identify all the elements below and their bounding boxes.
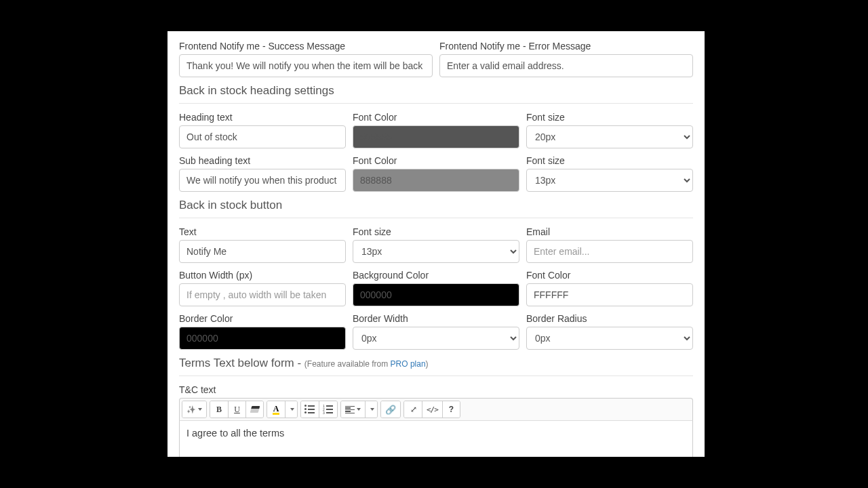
button-fontsize-label: Font size (353, 226, 519, 237)
divider (179, 103, 693, 104)
button-text-input[interactable] (179, 240, 346, 263)
divider (179, 375, 693, 376)
font-color-icon: A (273, 405, 280, 415)
button-width-label: Button Width (px) (179, 270, 346, 281)
subheading-color-label: Font Color (353, 155, 519, 166)
toolbar-underline-button[interactable]: U (228, 401, 245, 418)
subheading-text-input[interactable] (179, 169, 346, 192)
toolbar-bold-button[interactable]: B (210, 401, 228, 418)
link-icon: 🔗 (385, 405, 396, 415)
toolbar-align-dropdown[interactable] (365, 401, 377, 418)
list-ul-icon (305, 405, 315, 413)
heading-color-input[interactable] (353, 125, 519, 148)
heading-text-input[interactable] (179, 125, 346, 148)
toolbar-fullscreen-button[interactable]: ⤢ (404, 401, 422, 418)
list-ol-icon (323, 405, 333, 413)
toolbar-unordered-list-button[interactable] (301, 401, 319, 418)
divider (179, 218, 693, 218)
toolbar-fontcolor-button[interactable]: A (267, 401, 285, 418)
settings-panel: Frontend Notify me - Success Message Fro… (167, 31, 705, 457)
button-text-label: Text (179, 226, 346, 237)
button-email-input[interactable] (526, 240, 693, 263)
tc-text-label: T&C text (179, 384, 693, 395)
subheading-color-input[interactable] (353, 169, 519, 192)
heading-text-label: Heading text (179, 112, 346, 123)
button-fontcolor-input[interactable] (526, 283, 693, 306)
toolbar-style-button[interactable] (182, 401, 206, 418)
section-button: Back in stock button (179, 199, 693, 212)
align-icon (345, 406, 355, 413)
toolbar-codeview-button[interactable]: </> (422, 401, 442, 418)
button-bordercolor-input[interactable] (179, 327, 346, 350)
wand-icon (186, 405, 196, 414)
notify-success-label: Frontend Notify me - Success Message (179, 41, 433, 52)
button-bg-input[interactable] (353, 283, 519, 306)
section-heading-settings: Back in stock heading settings (179, 84, 693, 98)
expand-icon: ⤢ (410, 405, 416, 414)
toolbar-link-button[interactable]: 🔗 (381, 401, 400, 418)
button-borderwidth-label: Border Width (353, 313, 519, 324)
button-fontcolor-label: Font Color (526, 270, 693, 281)
button-email-label: Email (526, 226, 693, 237)
button-borderradius-select[interactable]: 0px (526, 327, 693, 350)
pro-plan-link[interactable]: PRO plan (391, 359, 426, 369)
toolbar-help-button[interactable]: ? (442, 401, 460, 418)
button-borderwidth-select[interactable]: 0px (353, 327, 519, 350)
code-icon: </> (427, 405, 438, 414)
terms-title: Terms Text below form - (179, 357, 304, 369)
button-borderradius-label: Border Radius (526, 313, 693, 324)
button-bordercolor-label: Border Color (179, 313, 346, 324)
terms-note-prefix: (Feature available from (304, 359, 391, 369)
notify-error-label: Frontend Notify me - Error Message (439, 41, 693, 52)
section-terms: Terms Text below form - (Feature availab… (179, 357, 693, 370)
heading-size-label: Font size (526, 112, 693, 123)
notify-success-input[interactable] (179, 54, 433, 77)
editor-toolbar: B U A 🔗 ⤢ </> ? (179, 398, 693, 421)
tc-text-editor[interactable]: I agree to all the terms (179, 421, 693, 457)
button-width-input[interactable] (179, 283, 346, 306)
toolbar-fontcolor-dropdown[interactable] (285, 401, 297, 418)
button-bg-label: Background Color (353, 270, 519, 281)
terms-note-suffix: ) (426, 359, 429, 369)
button-fontsize-select[interactable]: 13px (353, 240, 519, 263)
subheading-size-select[interactable]: 13px (526, 169, 693, 192)
help-icon: ? (449, 405, 454, 414)
subheading-size-label: Font size (526, 155, 693, 166)
heading-color-label: Font Color (353, 112, 519, 123)
heading-size-select[interactable]: 20px (526, 125, 693, 148)
notify-error-input[interactable] (439, 54, 693, 77)
toolbar-ordered-list-button[interactable] (319, 401, 337, 418)
subheading-text-label: Sub heading text (179, 155, 346, 166)
toolbar-align-button[interactable] (341, 401, 365, 418)
eraser-icon (250, 406, 260, 413)
toolbar-clear-button[interactable] (245, 401, 263, 418)
